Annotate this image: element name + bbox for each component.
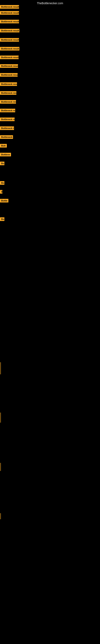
bottleneck-badge: Bottleneck re [0,126,14,130]
bottleneck-badge-container: Bottleneck result [0,38,19,42]
bottleneck-badge-container: Bottleneck result [0,29,19,33]
bottleneck-badge: Bo [0,217,4,221]
bottleneck-badge-container: Bottleneck [0,135,13,140]
bottleneck-badge: Bottleneck result [0,38,19,42]
bottleneck-badge-container: Bottleneck result [0,82,17,87]
bottleneck-badge-container: Bott [0,144,7,148]
bottleneck-badge-container: Bottleneck res [0,109,15,113]
bottleneck-badge-container: Bo [0,181,4,186]
bottleneck-badge: Bottleneck res [0,118,15,121]
vertical-line [0,463,1,471]
bottleneck-badge: Bottleneck result [0,82,17,86]
bottleneck-badge: Bottleneck result [0,20,19,23]
bottleneck-badge: Bottleneck result [0,5,19,9]
bottleneck-badge: Bottleneck result [0,29,19,32]
bottleneck-badge-container: Bottleneck result [0,47,19,51]
bottleneck-badge: Bottleneck result [0,11,19,15]
bottleneck-badge: Bottleneck result [0,64,18,68]
bottleneck-badge-container: Bottleneck result [0,91,16,96]
bottleneck-badge-container: Bottleneck result [0,100,16,104]
bottleneck-badge: Bottleneck result [0,100,16,104]
bottleneck-badge: Bo [0,181,4,185]
bottleneck-badge: Bottlene [0,153,11,156]
bottleneck-badge-container: Bottleneck result [0,64,18,69]
vertical-line [0,362,1,374]
vertical-line [0,513,1,519]
bottleneck-badge-container: B [0,190,2,194]
bottleneck-badge-container: Bottleneck result [0,73,18,78]
bottleneck-badge-container: Bo [0,217,4,222]
bottleneck-badge-container: Bottleneck result [0,56,19,60]
bottleneck-badge: Bott [0,144,7,148]
bottleneck-badge: Bo [0,162,4,165]
bottleneck-badge: Bottleneck res [0,109,15,112]
bottleneck-badge: Bottleneck [0,135,13,139]
bottleneck-badge: Bottleneck result [0,91,16,95]
bottleneck-badge: Bottleneck result [0,56,19,59]
vertical-line [0,412,1,422]
bottleneck-badge-container: Bottleneck res [0,118,15,122]
bottleneck-badge: B [0,190,2,194]
bottleneck-badge-container: Bottle [0,199,8,203]
bottleneck-badge-container: Bottlene [0,153,11,157]
bottleneck-badge: Bottleneck result [0,73,18,77]
bottleneck-badge-container: Bottleneck result [0,5,19,10]
bottleneck-badge-container: Bottleneck result [0,20,19,24]
bottleneck-badge: Bottle [0,199,8,202]
bottleneck-badge-container: Bottleneck result [0,11,19,16]
bottleneck-badge-container: Bo [0,162,4,166]
bottleneck-badge-container: Bottleneck re [0,126,14,131]
bottleneck-badge: Bottleneck result [0,47,19,50]
